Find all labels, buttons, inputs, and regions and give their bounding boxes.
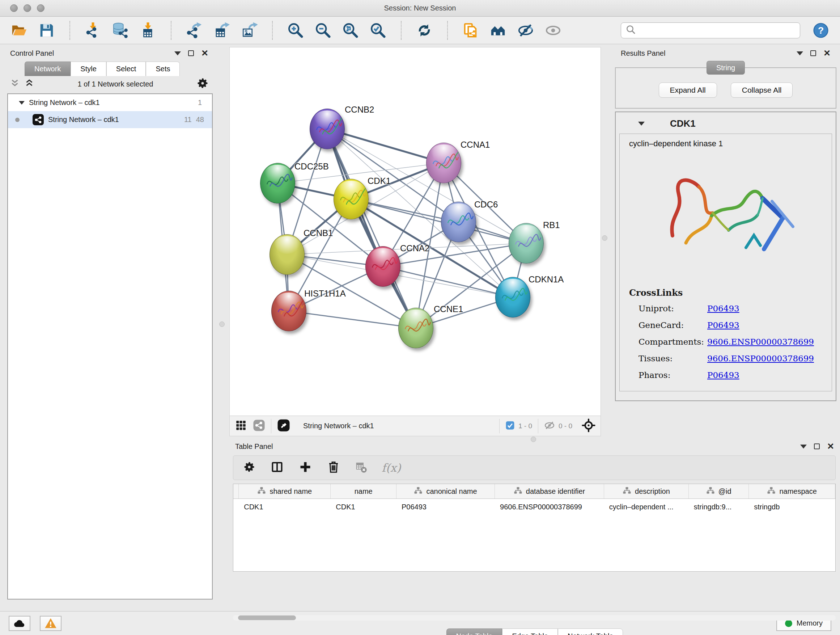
float-panel-icon[interactable] [814, 443, 820, 449]
column-header--id[interactable]: @id [689, 484, 749, 499]
table-cell[interactable]: stringdb [749, 503, 835, 511]
search-input[interactable] [639, 27, 796, 35]
tab-string[interactable]: String [706, 61, 745, 74]
network-canvas[interactable]: CCNB2CCNA1CDC25BCDK1CDC6RB1CCNB1CCNA2CDK… [230, 48, 600, 416]
column-header-canonical-name[interactable]: canonical name [396, 484, 495, 499]
column-header-namespace[interactable]: namespace [749, 484, 835, 499]
tab-style[interactable]: Style [71, 62, 106, 76]
table-row[interactable]: CDK1CDK1P064939606.ENSP00000378699cyclin… [233, 499, 835, 515]
minimize-window-button[interactable] [24, 4, 31, 12]
grid-view-icon[interactable] [235, 419, 247, 433]
network-node-CCNB1[interactable] [270, 234, 305, 275]
collapse-all-icon[interactable] [9, 78, 20, 90]
import-network-icon[interactable] [82, 20, 104, 41]
scrollbar-thumb[interactable] [238, 616, 296, 620]
show-columns-icon[interactable] [270, 460, 284, 475]
refresh-layout-icon[interactable] [413, 20, 436, 41]
warning-status-button[interactable] [40, 616, 62, 631]
table-cell[interactable]: P06493 [396, 503, 495, 511]
open-file-icon[interactable] [8, 20, 30, 41]
crosslink-link[interactable]: P06493 [707, 304, 739, 313]
tab-network-table[interactable]: Network Table [558, 629, 623, 635]
zoom-out-icon[interactable] [312, 20, 334, 41]
zoom-fit-icon[interactable] [339, 20, 362, 41]
birdseye-icon[interactable] [277, 419, 290, 433]
network-node-CDKN1A[interactable] [495, 277, 531, 318]
panel-menu-icon[interactable] [800, 445, 807, 448]
expand-all-button[interactable]: Expand All [659, 82, 717, 98]
zoom-in-icon[interactable] [284, 20, 307, 41]
table-options-gear-icon[interactable] [243, 461, 256, 475]
float-panel-icon[interactable] [810, 50, 816, 56]
table-cell[interactable]: cyclin–dependent ... [604, 503, 689, 511]
left-splitter-handle[interactable] [219, 321, 225, 327]
network-node-CCNA1[interactable] [426, 143, 461, 183]
duplicate-network-icon[interactable] [459, 20, 482, 41]
import-table-icon[interactable] [137, 20, 159, 41]
zoom-window-button[interactable] [37, 4, 44, 12]
column-header-database-identifier[interactable]: database identifier [495, 484, 604, 499]
network-node-CCNB2[interactable] [309, 109, 345, 149]
save-session-icon[interactable] [35, 20, 58, 41]
panel-menu-icon[interactable] [174, 51, 181, 55]
string-home-icon[interactable] [487, 20, 509, 41]
column-header-name[interactable]: name [331, 484, 396, 499]
network-node-RB1[interactable] [508, 223, 544, 264]
export-image-icon[interactable] [238, 20, 261, 41]
table-cell[interactable]: stringdb:9... [689, 503, 749, 511]
collapse-all-button[interactable]: Collapse All [731, 82, 793, 98]
export-network-icon[interactable] [183, 20, 205, 41]
column-header-description[interactable]: description [604, 484, 689, 499]
selected-checkbox-icon[interactable] [505, 421, 515, 432]
bottom-splitter-handle[interactable] [531, 437, 536, 442]
close-panel-icon[interactable]: ✕ [823, 49, 831, 57]
add-column-icon[interactable] [298, 460, 312, 475]
table-cell[interactable]: CDK1 [331, 503, 396, 511]
panel-menu-icon[interactable] [797, 51, 803, 55]
float-panel-icon[interactable] [188, 50, 194, 56]
right-splitter-handle[interactable] [602, 235, 607, 241]
search-box[interactable] [621, 22, 800, 38]
tab-network[interactable]: Network [25, 62, 71, 76]
network-options-gear-icon[interactable] [196, 77, 209, 91]
table-cell[interactable]: 9606.ENSP00000378699 [495, 503, 604, 511]
collapse-collection-icon[interactable] [19, 101, 25, 105]
network-node-HIST1H1A[interactable] [271, 291, 306, 331]
column-header-shared-name[interactable]: shared name [239, 484, 331, 499]
network-collection-row[interactable]: String Network – cdk1 1 [8, 94, 212, 111]
network-node-CCNE1[interactable] [398, 308, 433, 348]
tab-sets[interactable]: Sets [146, 62, 180, 76]
close-window-button[interactable] [10, 4, 18, 12]
crosslink-link[interactable]: 9606.ENSP00000378699 [707, 354, 814, 363]
import-database-icon[interactable] [109, 20, 132, 41]
crosslink-link[interactable]: P06493 [707, 371, 739, 380]
export-table-icon[interactable] [210, 20, 233, 41]
collapse-entry-icon[interactable] [638, 122, 645, 126]
help-button[interactable]: ? [810, 20, 832, 41]
close-panel-icon[interactable]: ✕ [827, 442, 834, 451]
network-row[interactable]: String Network – cdk1 11 48 [8, 111, 212, 128]
edge-CDK1-RB1[interactable] [351, 199, 526, 243]
network-node-CDK1[interactable] [333, 179, 369, 219]
hidden-eye-icon[interactable] [544, 420, 555, 432]
network-node-CCNA2[interactable] [365, 246, 401, 287]
table-hscrollbar[interactable] [233, 615, 836, 621]
share-view-icon[interactable] [253, 419, 265, 433]
edge-CCNB2-CCNA1[interactable] [327, 129, 444, 163]
crosslink-link[interactable]: P06493 [707, 320, 739, 330]
network-node-CDC25B[interactable] [260, 163, 295, 203]
close-panel-icon[interactable]: ✕ [201, 49, 208, 57]
delete-column-icon[interactable] [327, 460, 340, 475]
hide-selected-icon[interactable] [515, 20, 537, 41]
crosslink-link[interactable]: 9606.ENSP00000378699 [707, 337, 814, 347]
crosshair-icon[interactable] [582, 418, 595, 434]
tab-node-table[interactable]: Node Table [447, 629, 502, 635]
table-cell[interactable]: CDK1 [239, 503, 331, 511]
tab-select[interactable]: Select [106, 62, 146, 76]
zoom-selected-icon[interactable] [367, 20, 389, 41]
edge-HIST1H1A-CCNE1[interactable] [289, 311, 416, 328]
expand-all-icon[interactable] [24, 78, 35, 90]
tab-edge-table[interactable]: Edge Table [502, 629, 558, 635]
network-node-CDC6[interactable] [441, 202, 476, 242]
cloud-status-button[interactable] [9, 616, 30, 631]
